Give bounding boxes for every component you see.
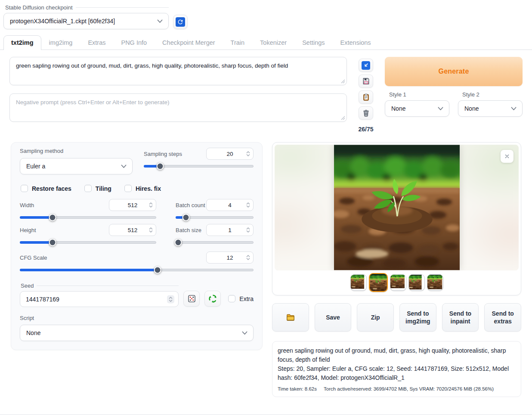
sampling-method-select[interactable]: Euler a (20, 158, 133, 174)
tab-png-info[interactable]: PNG Info (113, 35, 155, 50)
tab-img2img[interactable]: img2img (41, 35, 80, 50)
stepper-down-icon[interactable] (246, 230, 250, 233)
tiling-checkbox[interactable]: Tiling (84, 185, 111, 192)
prompt-input[interactable]: green sapling rowing out of ground, mud,… (9, 57, 347, 85)
slider-thumb[interactable] (175, 239, 182, 246)
refresh-checkpoints-button[interactable] (173, 15, 188, 29)
trash-icon (362, 109, 370, 117)
slider-thumb[interactable] (49, 239, 56, 246)
label-rule (76, 7, 169, 8)
cfg-scale-field: CFG Scale 12 (20, 251, 254, 274)
restore-faces-checkbox[interactable]: Restore faces (21, 185, 71, 192)
cfg-scale-slider[interactable] (20, 266, 254, 274)
prompt-column: green sapling rowing out of ground, mud,… (9, 57, 347, 133)
thumbnail-5[interactable] (427, 274, 443, 291)
width-slider[interactable] (20, 214, 156, 221)
hires-fix-checkbox[interactable]: Hires. fix (124, 185, 161, 192)
seed-input[interactable]: 1441787169 (20, 291, 179, 307)
thumbnail-1[interactable] (350, 274, 367, 291)
clipboard-icon (362, 93, 370, 101)
tab-txt2img[interactable]: txt2img (3, 35, 41, 50)
save-button[interactable]: Save (315, 303, 352, 332)
batch-count-label: Batch count (176, 202, 205, 208)
thumbnail-4[interactable] (408, 274, 425, 291)
stepper-up-icon[interactable] (246, 255, 250, 258)
generation-prompt-text: green sapling rowing out of ground, mud,… (278, 346, 516, 364)
txt2img-tab-content: green sapling rowing out of ground, mud,… (0, 50, 532, 415)
width-label: Width (20, 202, 34, 208)
styles-row: Style 1 None Style 2 None (385, 91, 523, 117)
apply-style-button[interactable] (359, 90, 373, 104)
send-to-extras-button[interactable]: Send to extras (484, 303, 521, 332)
stepper-down-icon[interactable] (246, 154, 250, 157)
style2-value: None (464, 105, 479, 112)
style1-select[interactable]: None (385, 100, 449, 117)
stepper-down-icon[interactable] (246, 258, 250, 261)
result-gallery (272, 142, 521, 295)
stepper-up-icon[interactable] (246, 202, 250, 205)
cfg-scale-input[interactable]: 12 (206, 251, 254, 264)
tab-train[interactable]: Train (223, 35, 253, 50)
height-slider[interactable] (20, 239, 156, 246)
checkbox-box (228, 295, 235, 302)
stepper-up-icon[interactable] (246, 151, 250, 154)
tab-tokenizer[interactable]: Tokenizer (252, 35, 294, 50)
batch-size-input[interactable]: 1 (206, 224, 254, 236)
generate-button[interactable]: Generate (385, 57, 523, 86)
reuse-seed-button[interactable] (204, 291, 221, 307)
send-to-img2img-button[interactable]: Send to img2img (399, 303, 436, 332)
thumbnail-2-selected[interactable] (369, 273, 388, 292)
open-folder-button[interactable] (272, 303, 309, 332)
label-rule (37, 286, 179, 286)
stepper-up-icon[interactable] (246, 227, 250, 230)
extra-seed-label: Extra (239, 295, 254, 302)
batch-count-slider[interactable] (176, 214, 254, 221)
width-input[interactable]: 512 (109, 199, 156, 211)
checkpoint-bar: Stable Diffusion checkpoint protogenX34O… (0, 0, 532, 35)
vram-stats-text: Torch active/reserved: 3699/4702 MiB, Sy… (324, 385, 494, 393)
clear-prompt-button[interactable] (359, 106, 373, 120)
checkpoint-select[interactable]: protogenX34OfficialR_1.ckpt [60fe2f34] (3, 13, 169, 29)
restore-faces-label: Restore faces (32, 185, 71, 192)
stepper-down-icon[interactable] (149, 230, 153, 233)
sampling-method-value: Euler a (26, 163, 45, 170)
style2-select[interactable]: None (458, 100, 523, 117)
send-to-inpaint-button[interactable]: Send to inpaint (442, 303, 479, 332)
slider-thumb[interactable] (49, 214, 56, 221)
tab-settings[interactable]: Settings (294, 35, 332, 50)
cfg-scale-value: 12 (226, 255, 233, 261)
stepper-up-icon[interactable] (149, 227, 153, 230)
tab-extras[interactable]: Extras (80, 35, 113, 50)
batch-count-value: 4 (228, 202, 232, 208)
extra-seed-checkbox[interactable]: Extra (228, 295, 254, 302)
stepper-down-icon[interactable] (169, 299, 173, 302)
save-style-button[interactable] (359, 75, 373, 88)
batch-size-field: Batch size 1 (176, 224, 254, 246)
zip-button[interactable]: Zip (357, 303, 394, 332)
random-seed-button[interactable] (183, 291, 200, 307)
thumbnail-3[interactable] (390, 274, 406, 291)
script-select[interactable]: None (20, 325, 254, 341)
stepper-up-icon[interactable] (149, 202, 153, 205)
height-field: Height 512 (20, 224, 156, 246)
sampling-steps-slider[interactable] (144, 162, 254, 170)
height-input[interactable]: 512 (109, 224, 156, 236)
slider-thumb[interactable] (154, 267, 161, 274)
read-generation-params-button[interactable] (359, 59, 373, 72)
tab-checkpoint-merger[interactable]: Checkpoint Merger (155, 35, 223, 50)
close-preview-button[interactable] (501, 150, 513, 163)
stepper-down-icon[interactable] (149, 205, 153, 208)
batch-size-slider[interactable] (176, 239, 254, 246)
stepper-up-icon[interactable] (169, 296, 173, 299)
height-value: 512 (128, 227, 138, 233)
slider-thumb[interactable] (182, 214, 189, 221)
stepper-down-icon[interactable] (246, 205, 250, 208)
tab-extensions[interactable]: Extensions (333, 35, 379, 50)
slider-thumb[interactable] (157, 163, 164, 170)
generated-image[interactable] (334, 145, 460, 270)
batch-count-input[interactable]: 4 (206, 199, 254, 211)
tiling-label: Tiling (96, 185, 111, 192)
negative-prompt-input[interactable] (9, 93, 347, 122)
chevron-down-icon (121, 165, 127, 168)
sampling-steps-input[interactable]: 20 (206, 148, 254, 160)
